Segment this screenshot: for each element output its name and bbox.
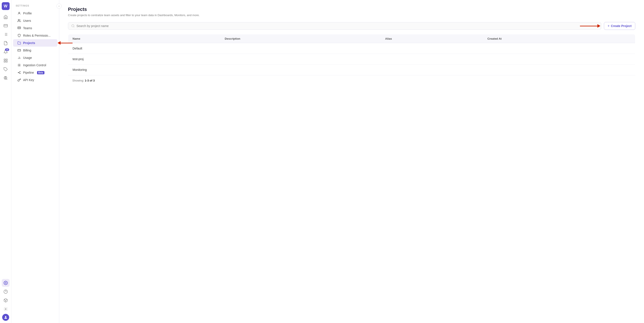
cell-created-at — [483, 54, 635, 65]
svg-point-35 — [72, 25, 74, 27]
roles-icon — [18, 34, 21, 37]
cell-name: test-proj — [68, 54, 220, 65]
sidebar-item-pipeline[interactable]: Pipeline Beta — [13, 69, 57, 76]
table-row[interactable]: Monitoring — [68, 65, 635, 75]
cell-alias — [381, 65, 483, 75]
list-icon[interactable] — [2, 31, 10, 38]
create-project-label: Create Project — [611, 24, 632, 28]
home-icon[interactable] — [2, 13, 10, 21]
create-arrow-annotation — [580, 24, 600, 28]
gear-bottom-icon[interactable] — [2, 305, 10, 313]
table-row[interactable]: test-proj — [68, 54, 635, 65]
page-subtitle: Create projects to centralize team asset… — [68, 14, 635, 17]
sidebar-item-label: Usage — [23, 56, 32, 60]
svg-point-15 — [5, 77, 6, 78]
svg-rect-11 — [4, 61, 5, 62]
credit-card-icon[interactable] — [2, 22, 10, 30]
svg-rect-27 — [18, 49, 20, 51]
projects-table: Name Description Alias Created At Defaul… — [68, 34, 635, 75]
svg-point-16 — [5, 282, 6, 283]
cell-description — [220, 54, 381, 65]
col-name: Name — [68, 35, 220, 43]
sidebar-item-label: Roles & Permissio... — [23, 34, 50, 37]
settings-section-label: SETTINGS — [11, 4, 59, 10]
svg-rect-9 — [6, 59, 7, 60]
cell-name: Default — [68, 43, 220, 54]
projects-icon — [18, 41, 21, 45]
svg-point-31 — [20, 72, 20, 72]
sidebar-item-projects[interactable]: Projects — [13, 39, 57, 47]
sidebar-item-label: Pipeline — [23, 71, 34, 74]
table-row[interactable]: Default — [68, 43, 635, 54]
users-icon — [18, 19, 21, 23]
support-icon[interactable] — [2, 288, 10, 295]
cell-alias — [381, 54, 483, 65]
search-box — [68, 22, 601, 30]
showing-range: 1-3 of 3 — [85, 79, 95, 82]
projects-arrow-annotation — [58, 41, 72, 45]
sidebar-item-users[interactable]: Users — [13, 17, 57, 25]
sidebar-item-label: Teams — [23, 26, 32, 30]
svg-point-30 — [18, 72, 19, 73]
box-icon[interactable] — [2, 296, 10, 304]
svg-rect-0 — [4, 25, 8, 27]
svg-point-32 — [20, 73, 20, 74]
sidebar-item-usage[interactable]: Usage — [13, 54, 57, 62]
cell-description — [220, 43, 381, 54]
col-created-at: Created At — [483, 35, 635, 43]
grid-icon[interactable] — [2, 57, 10, 65]
puzzle-icon[interactable] — [2, 65, 10, 73]
cell-alias — [381, 43, 483, 54]
main-content: Projects Create projects to centralize t… — [59, 0, 644, 323]
app-logo[interactable]: W — [2, 2, 10, 10]
collapse-sidebar-button[interactable]: ‹ — [56, 4, 62, 9]
sidebar-item-roles[interactable]: Roles & Permissio... — [13, 32, 57, 39]
user-avatar[interactable] — [2, 314, 9, 321]
sidebar-item-label: Profile — [23, 12, 32, 15]
svg-point-23 — [18, 20, 19, 21]
showing-count: Showing: 1-3 of 3 — [68, 75, 635, 86]
ingestion-icon — [18, 63, 21, 67]
pipeline-icon — [18, 71, 21, 74]
cell-description — [220, 65, 381, 75]
sidebar-item-profile[interactable]: Profile — [13, 10, 57, 17]
sidebar-item-apikey[interactable]: API Key — [13, 76, 57, 84]
beta-badge: Beta — [37, 71, 44, 74]
svg-point-22 — [18, 12, 20, 13]
search-icon — [71, 24, 75, 28]
billing-icon — [18, 49, 21, 52]
icon-sidebar: W 15 — [0, 0, 11, 323]
sidebar-item-label: Users — [23, 19, 31, 23]
svg-point-20 — [5, 309, 6, 310]
sidebar-item-label: Projects — [23, 41, 35, 45]
settings-sidebar: ‹ SETTINGS Profile Users Teams Roles & P… — [11, 0, 59, 323]
teams-icon — [18, 26, 21, 30]
search-input[interactable] — [76, 24, 598, 28]
svg-line-34 — [18, 73, 20, 73]
table-header-row: Name Description Alias Created At — [68, 35, 635, 43]
col-description: Description — [220, 35, 381, 43]
person-search-icon[interactable] — [2, 74, 10, 82]
svg-line-33 — [18, 72, 20, 73]
col-alias: Alias — [381, 35, 483, 43]
sidebar-item-label: Billing — [23, 49, 31, 52]
sidebar-item-teams[interactable]: Teams — [13, 25, 57, 32]
page-title: Projects — [68, 7, 635, 12]
bell-icon[interactable]: 15 — [2, 48, 10, 56]
svg-point-21 — [5, 316, 6, 317]
cell-name: Monitoring — [68, 65, 220, 75]
document-icon[interactable] — [2, 39, 10, 47]
cell-created-at — [483, 43, 635, 54]
sidebar-item-ingestion[interactable]: Ingestion Control — [13, 62, 57, 69]
profile-icon — [18, 12, 21, 15]
create-project-button[interactable]: + Create Project — [604, 22, 635, 30]
search-row: + Create Project — [68, 22, 635, 30]
cell-created-at — [483, 65, 635, 75]
svg-rect-10 — [6, 61, 7, 62]
svg-rect-8 — [4, 59, 5, 60]
svg-line-36 — [74, 27, 74, 27]
showing-label: Showing: — [72, 79, 84, 82]
sidebar-item-billing[interactable]: Billing — [13, 47, 57, 54]
settings-icon[interactable] — [2, 279, 10, 287]
notification-badge: 15 — [5, 48, 9, 51]
